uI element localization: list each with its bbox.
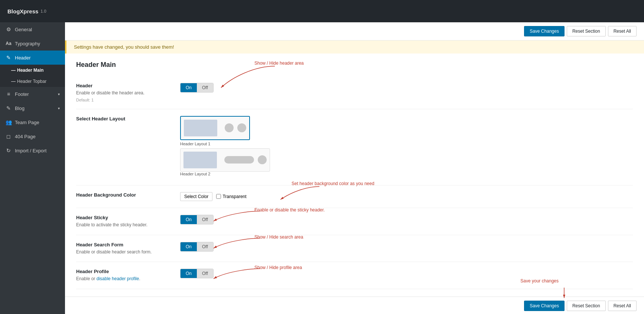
transparent-label[interactable]: Transparent [216, 194, 246, 199]
setting-default: Default: 1 [76, 98, 180, 102]
import-export-icon: ↻ [5, 147, 12, 154]
setting-control-layout: Header Layout 1 Header Layout 2 Set head… [180, 116, 633, 178]
edit-icon: ✎ [5, 54, 12, 61]
setting-label: Select Header Layout [76, 116, 180, 122]
sidebar-item-typography[interactable]: Aa Typography [0, 36, 65, 51]
setting-label-col: Select Header Layout [76, 116, 180, 123]
setting-label: Header Search Form [76, 242, 180, 247]
bottom-action-bar: Save your changes Save Changes Reset Sec… [65, 297, 644, 314]
typography-icon: Aa [5, 40, 12, 47]
notice-text: Settings have changed, you should save t… [74, 44, 174, 50]
sidebar-item-label: Header [15, 55, 60, 61]
team-icon: 👥 [5, 119, 12, 126]
setting-desc: Enable or disable the header area. [76, 90, 180, 96]
sidebar-item-label: General [15, 27, 60, 32]
toggle-on-button[interactable]: On [180, 242, 197, 251]
setting-label-col: Header Enable or disable the header area… [76, 83, 180, 102]
setting-row-header-enable: Header Enable or disable the header area… [76, 76, 633, 109]
sidebar-item-label: Team Page [15, 120, 60, 125]
sidebar-item-team-page[interactable]: 👥 Team Page [0, 115, 65, 129]
annotation-arrow-save [557, 288, 572, 301]
app-name: BlogXpress [7, 8, 38, 14]
setting-label-col: Header Background Color [76, 192, 180, 199]
setting-row-search: Header Search Form Enable or disable hea… [76, 235, 633, 262]
sidebar-sub-label: Header Topbar [17, 79, 46, 84]
setting-label-col: Header Search Form Enable or disable hea… [76, 242, 180, 255]
top-bar: BlogXpress 1.0 [0, 0, 644, 22]
setting-control-header: On Off Show / Hide header area [180, 83, 633, 93]
annotation-arrow-bgcolor [277, 185, 321, 203]
color-picker-group: Select Color Transparent [180, 192, 247, 201]
arrow-icon: — [11, 68, 16, 73]
setting-row-sticky: Header Sticky Enable to activate the sti… [76, 208, 633, 235]
setting-control-profile: On Off Show / Hide profile area [180, 269, 633, 278]
reset-all-button-bottom[interactable]: Reset All [608, 301, 637, 311]
top-action-bar: Save Changes Reset Section Reset All [65, 22, 644, 41]
layout-option-2[interactable] [180, 148, 270, 172]
sidebar-item-footer[interactable]: ≡ Footer ▾ [0, 87, 65, 101]
sidebar-item-header-topbar[interactable]: — Header Topbar [0, 76, 65, 87]
toggle-on-button[interactable]: On [180, 269, 197, 278]
toggle-on-button[interactable]: On [180, 83, 197, 92]
layout-label-1: Header Layout 1 [180, 142, 210, 146]
setting-row-profile: Header Profile Enable or disable header … [76, 262, 633, 289]
blog-icon: ✎ [5, 105, 12, 111]
annotation-arrow-header [202, 62, 277, 92]
layout-circle [237, 123, 246, 132]
select-color-button[interactable]: Select Color [180, 192, 212, 201]
setting-label: Header [76, 83, 180, 88]
chevron-down-icon: ▾ [58, 106, 60, 110]
sidebar-item-label: Typography [15, 41, 60, 46]
setting-row-layout: Select Header Layout Header Layout 1 [76, 109, 633, 185]
layout-label-2: Header Layout 2 [180, 172, 210, 176]
annotation-save: Save your changes [520, 278, 559, 284]
chevron-down-icon: ▾ [58, 92, 60, 96]
content-area: Header Main Header Enable or disable the… [65, 54, 644, 297]
sidebar-item-label: Footer [15, 91, 58, 97]
setting-desc: Enable or disable header profile. [76, 276, 180, 282]
layout-circle [258, 155, 267, 164]
toggle-on-button[interactable]: On [180, 215, 197, 224]
footer-icon: ≡ [5, 91, 12, 97]
reset-section-button-bottom[interactable]: Reset Section [567, 301, 606, 311]
save-changes-button-top[interactable]: Save Changes [524, 26, 565, 36]
setting-label: Header Background Color [76, 192, 180, 198]
sidebar-item-label: 404 Page [15, 134, 60, 139]
setting-desc: Enable or disable header search form. [76, 249, 180, 255]
arrow-icon: — [11, 79, 16, 84]
transparent-checkbox[interactable] [216, 194, 221, 199]
sidebar: ⚙ General Aa Typography ✎ Header — Heade… [0, 22, 65, 314]
layout-option-1[interactable] [180, 116, 250, 140]
setting-label-col: Header Sticky Enable to activate the sti… [76, 215, 180, 228]
reset-all-button-top[interactable]: Reset All [608, 26, 637, 36]
sidebar-item-header-main[interactable]: — Header Main [0, 65, 65, 76]
save-changes-button-bottom[interactable]: Save Changes [524, 301, 565, 311]
sidebar-item-header[interactable]: ✎ Header [0, 51, 65, 65]
sidebar-item-blog[interactable]: ✎ Blog ▾ [0, 101, 65, 115]
disable-link[interactable]: disable header profile [97, 276, 139, 281]
header-sub-menu: — Header Main — Header Topbar [0, 65, 65, 87]
app-version: 1.0 [40, 9, 46, 13]
layout-circle [225, 123, 234, 132]
sidebar-item-import-export[interactable]: ↻ Import / Export [0, 143, 65, 158]
sidebar-item-label: Import / Export [15, 148, 60, 153]
annotation-arrow-profile [202, 267, 262, 282]
layout-preview [183, 152, 217, 168]
page-icon: ◻ [5, 133, 12, 140]
transparent-text: Transparent [222, 194, 246, 199]
layout-preview [184, 120, 217, 136]
sidebar-sub-label: Header Main [17, 68, 43, 73]
sidebar-item-404[interactable]: ◻ 404 Page [0, 129, 65, 143]
annotation-sticky: Enable or disable the sticky header. [254, 207, 325, 213]
section-title: Header Main [76, 61, 633, 69]
sidebar-item-general[interactable]: ⚙ General [0, 22, 65, 36]
setting-control-search: On Off Show / Hide search area [180, 242, 633, 252]
annotation-arrow-sticky [202, 209, 262, 224]
setting-control-sticky: On Off Enable or disable the sticky head… [180, 215, 633, 224]
setting-desc: Enable to activate the sticky header. [76, 222, 180, 228]
setting-label: Header Sticky [76, 215, 180, 220]
reset-section-button-top[interactable]: Reset Section [567, 26, 606, 36]
layout-pill [224, 156, 254, 164]
main-content: Save Changes Reset Section Reset All Set… [65, 22, 644, 314]
setting-row-bg-color: Header Background Color Select Color Tra… [76, 185, 633, 208]
